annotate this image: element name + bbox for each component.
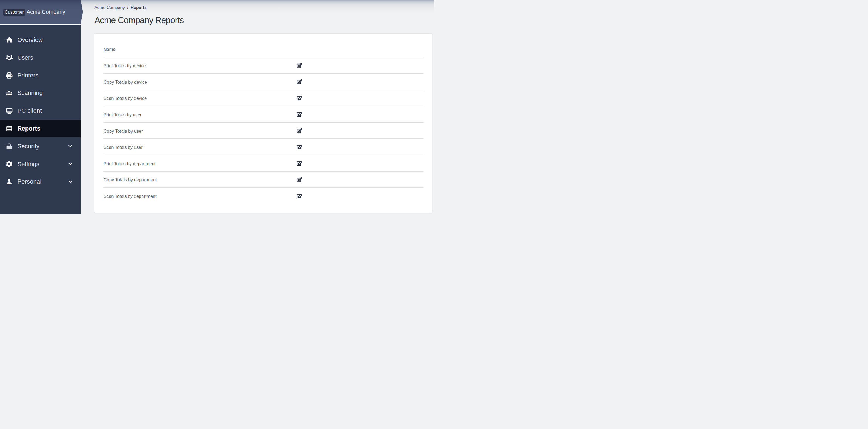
report-name: Scan Totals by department (103, 188, 296, 204)
report-actions-cell (296, 74, 424, 90)
breadcrumb-current: Reports (131, 5, 147, 10)
reports-table: Name Print Totals by device Copy Totals … (103, 34, 424, 204)
lock-icon (6, 143, 13, 150)
sidebar-item-label: Security (18, 143, 39, 150)
home-icon (6, 36, 13, 43)
edit-report-button[interactable] (297, 79, 302, 84)
page-title: Acme Company Reports (94, 14, 184, 26)
edit-report-button[interactable] (297, 96, 302, 100)
sidebar-item-settings[interactable]: Settings (0, 155, 81, 173)
table-row: Scan Totals by user (103, 139, 424, 155)
report-name: Print Totals by department (103, 155, 296, 171)
sidebar: Customer Acme Company Overview (0, 0, 81, 214)
chevron-down-icon (68, 180, 72, 183)
sidebar-header-divider (0, 24, 81, 25)
reports-card: Name Print Totals by device Copy Totals … (94, 34, 432, 212)
report-actions-cell (296, 57, 424, 74)
report-actions-cell (296, 155, 424, 171)
edit-icon (297, 177, 302, 182)
sidebar-item-label: Scanning (18, 90, 43, 97)
sidebar-item-label: Personal (18, 178, 42, 185)
edit-icon (297, 128, 302, 133)
table-row: Print Totals by user (103, 106, 424, 123)
report-actions-cell (296, 122, 424, 139)
table-row: Print Totals by device (103, 57, 424, 74)
chevron-down-icon (68, 145, 72, 147)
sidebar-item-printers[interactable]: Printers (0, 66, 81, 84)
report-actions-cell (296, 171, 424, 188)
edit-report-button[interactable] (297, 177, 302, 182)
report-actions-cell (296, 90, 424, 106)
table-row: Scan Totals by device (103, 90, 424, 106)
edit-report-button[interactable] (297, 145, 302, 150)
report-name: Copy Totals by user (103, 122, 296, 139)
report-name: Print Totals by device (103, 57, 296, 74)
edit-report-button[interactable] (297, 161, 302, 166)
edit-report-button[interactable] (297, 63, 302, 68)
report-actions-cell (296, 106, 424, 123)
sidebar-item-users[interactable]: Users (0, 49, 81, 66)
breadcrumb: Acme Company / Reports (94, 5, 147, 11)
sidebar-item-label: Overview (18, 36, 43, 43)
edit-report-button[interactable] (297, 194, 302, 198)
report-name: Copy Totals by department (103, 171, 296, 188)
sidebar-item-overview[interactable]: Overview (0, 31, 81, 49)
edit-icon (297, 96, 302, 100)
users-icon (6, 54, 13, 61)
customer-badge: Customer (3, 9, 25, 16)
sidebar-item-label: Users (18, 54, 33, 61)
sidebar-item-personal[interactable]: Personal (0, 173, 81, 191)
sidebar-item-label: Reports (18, 125, 40, 132)
edit-icon (297, 112, 302, 117)
table-list-icon (6, 125, 13, 132)
edit-icon (297, 145, 302, 150)
breadcrumb-separator: / (126, 5, 129, 10)
edit-icon (297, 194, 302, 198)
table-row: Print Totals by department (103, 155, 424, 171)
sidebar-item-pc-client[interactable]: PC client (0, 102, 81, 120)
sidebar-item-security[interactable]: Security (0, 137, 81, 155)
sidebar-item-label: PC client (18, 107, 42, 114)
breadcrumb-customer-link[interactable]: Acme Company (94, 5, 125, 10)
scanner-icon (6, 90, 13, 97)
report-actions-cell (296, 188, 424, 204)
main-content: Acme Company / Reports Acme Company Repo… (81, 0, 434, 214)
edit-icon (297, 161, 302, 166)
table-row: Copy Totals by device (103, 74, 424, 90)
sidebar-nav: Overview Users (0, 25, 81, 191)
report-name: Print Totals by user (103, 106, 296, 123)
column-header-name: Name (103, 34, 296, 57)
report-name: Copy Totals by device (103, 74, 296, 90)
edit-report-button[interactable] (297, 112, 302, 117)
edit-icon (297, 63, 302, 68)
table-header-row: Name (103, 34, 424, 57)
edit-report-button[interactable] (297, 128, 302, 133)
column-header-actions (296, 34, 424, 57)
sidebar-item-label: Printers (18, 72, 39, 79)
person-icon (6, 178, 13, 185)
sidebar-item-scanning[interactable]: Scanning (0, 84, 81, 102)
customer-name: Acme Company (27, 8, 65, 15)
table-row: Copy Totals by user (103, 122, 424, 139)
table-row: Scan Totals by department (103, 188, 424, 204)
desktop-icon (6, 107, 13, 114)
report-actions-cell (296, 139, 424, 155)
sidebar-item-label: Settings (18, 161, 39, 168)
report-name: Scan Totals by device (103, 90, 296, 106)
sidebar-header: Customer Acme Company (0, 0, 83, 24)
table-row: Copy Totals by department (103, 171, 424, 188)
chevron-down-icon (68, 163, 72, 165)
printer-icon (6, 72, 13, 79)
gear-icon (6, 161, 13, 168)
edit-icon (297, 79, 302, 84)
sidebar-item-reports[interactable]: Reports (0, 120, 81, 138)
report-name: Scan Totals by user (103, 139, 296, 155)
